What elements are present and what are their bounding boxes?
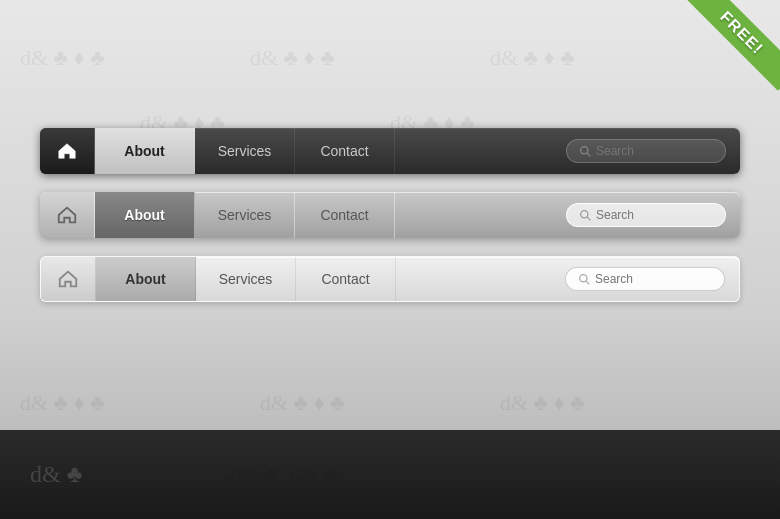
light-nav-contact[interactable]: Contact: [296, 257, 396, 301]
light-home-button[interactable]: [41, 257, 96, 301]
bottom-watermark-right: d& ♣: [230, 462, 278, 488]
medium-search-input[interactable]: [596, 208, 716, 222]
svg-point-2: [581, 210, 588, 217]
medium-search-area: [395, 192, 740, 238]
medium-nav-contact[interactable]: Contact: [295, 192, 395, 238]
light-search-area: [396, 257, 739, 301]
medium-home-button[interactable]: [40, 192, 95, 238]
search-icon: [578, 273, 591, 286]
light-search-box: [565, 267, 725, 291]
dark-nav-contact[interactable]: Contact: [295, 128, 395, 174]
bottom-watermark: d& ♣: [30, 461, 82, 488]
dark-search-box: [566, 139, 726, 163]
dark-nav-services[interactable]: Services: [195, 128, 295, 174]
dark-navbar: About Services Contact: [40, 128, 740, 174]
svg-point-4: [580, 274, 587, 281]
bottom-watermark-center: d& ♣: [290, 462, 338, 488]
svg-line-3: [587, 217, 590, 220]
svg-line-1: [587, 153, 590, 156]
svg-line-5: [586, 281, 589, 284]
light-search-input[interactable]: [595, 272, 715, 286]
medium-nav-services[interactable]: Services: [195, 192, 295, 238]
search-icon: [579, 145, 592, 158]
medium-nav-about[interactable]: About: [95, 192, 195, 238]
main-content: About Services Contact About: [0, 0, 780, 430]
light-nav-services[interactable]: Services: [196, 257, 296, 301]
search-icon: [579, 209, 592, 222]
dark-home-button[interactable]: [40, 128, 95, 174]
light-nav-about[interactable]: About: [96, 257, 196, 301]
medium-search-box: [566, 203, 726, 227]
dark-search-area: [395, 128, 740, 174]
dark-search-input[interactable]: [596, 144, 716, 158]
light-navbar: About Services Contact: [40, 256, 740, 302]
medium-navbar: About Services Contact: [40, 192, 740, 238]
bottom-bar: d& ♣ d& ♣ d& ♣: [0, 430, 780, 519]
free-ribbon: FREE!: [680, 0, 780, 100]
svg-point-0: [581, 146, 588, 153]
dark-nav-about[interactable]: About: [95, 128, 195, 174]
free-ribbon-label: FREE!: [684, 0, 780, 91]
